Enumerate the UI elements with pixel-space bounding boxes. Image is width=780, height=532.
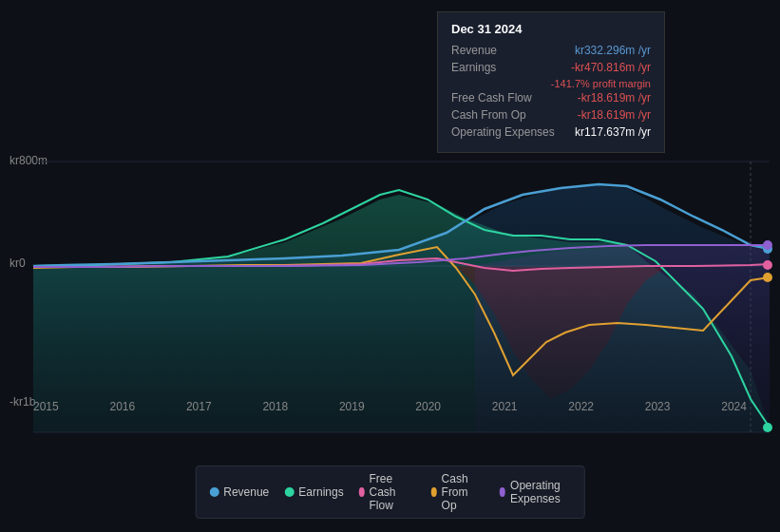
tooltip-date: Dec 31 2024	[451, 22, 651, 36]
legend-earnings-label: Earnings	[298, 485, 343, 499]
legend-fcf-label: Free Cash Flow	[369, 472, 415, 512]
svg-point-7	[763, 260, 772, 270]
legend-earnings: Earnings	[284, 485, 343, 499]
tooltip-profit-margin: -141.7% profit margin	[451, 78, 651, 89]
x-label-2016: 2016	[109, 400, 135, 413]
legend-opex-label: Operating Expenses	[510, 479, 571, 505]
tooltip-cashfromop-label: Cash From Op	[451, 108, 526, 122]
tooltip-cashfromop-row: Cash From Op -kr18.619m /yr	[451, 108, 651, 122]
chart-legend: Revenue Earnings Free Cash Flow Cash Fro…	[195, 466, 585, 519]
legend-earnings-dot	[284, 487, 294, 497]
x-axis-labels: 2015 2016 2017 2018 2019 2020 2021 2022 …	[0, 400, 780, 413]
legend-revenue-label: Revenue	[223, 485, 269, 499]
x-label-2019: 2019	[339, 400, 365, 413]
legend-cashfromop-label: Cash From Op	[442, 472, 485, 512]
x-label-2017: 2017	[186, 400, 212, 413]
tooltip-revenue-row: Revenue kr332.296m /yr	[451, 44, 651, 57]
svg-point-8	[763, 240, 772, 250]
tooltip-fcf-value: -kr18.619m /yr	[578, 91, 651, 104]
tooltip-opex-row: Operating Expenses kr117.637m /yr	[451, 125, 651, 139]
tooltip-cashfromop-value: -kr18.619m /yr	[578, 108, 651, 122]
legend-fcf: Free Cash Flow	[359, 472, 416, 512]
x-label-2024: 2024	[721, 400, 747, 413]
tooltip-earnings-value: -kr470.816m /yr	[571, 61, 651, 74]
x-label-2018: 2018	[262, 400, 288, 413]
x-label-2022: 2022	[568, 400, 594, 413]
tooltip-fcf-label: Free Cash Flow	[451, 91, 532, 104]
tooltip-fcf-row: Free Cash Flow -kr18.619m /yr	[451, 91, 651, 104]
legend-opex-dot	[500, 487, 505, 497]
x-label-2020: 2020	[415, 400, 441, 413]
data-tooltip: Dec 31 2024 Revenue kr332.296m /yr Earni…	[437, 11, 665, 153]
legend-cashfromop-dot	[431, 487, 437, 497]
legend-fcf-dot	[359, 487, 365, 497]
svg-point-5	[763, 423, 772, 432]
tooltip-opex-label: Operating Expenses	[451, 125, 555, 139]
tooltip-earnings-row: Earnings -kr470.816m /yr	[451, 61, 651, 74]
legend-revenue: Revenue	[209, 485, 269, 499]
legend-opex: Operating Expenses	[500, 479, 571, 505]
x-label-2021: 2021	[492, 400, 518, 413]
legend-cashfromop: Cash From Op	[431, 472, 485, 512]
legend-revenue-dot	[209, 487, 219, 497]
tooltip-earnings-label: Earnings	[451, 61, 496, 74]
tooltip-revenue-label: Revenue	[451, 44, 497, 57]
tooltip-opex-value: kr117.637m /yr	[575, 125, 651, 139]
svg-point-6	[763, 273, 772, 282]
x-label-2023: 2023	[645, 400, 671, 413]
tooltip-revenue-value: kr332.296m /yr	[575, 44, 651, 57]
x-label-2015: 2015	[33, 400, 59, 413]
